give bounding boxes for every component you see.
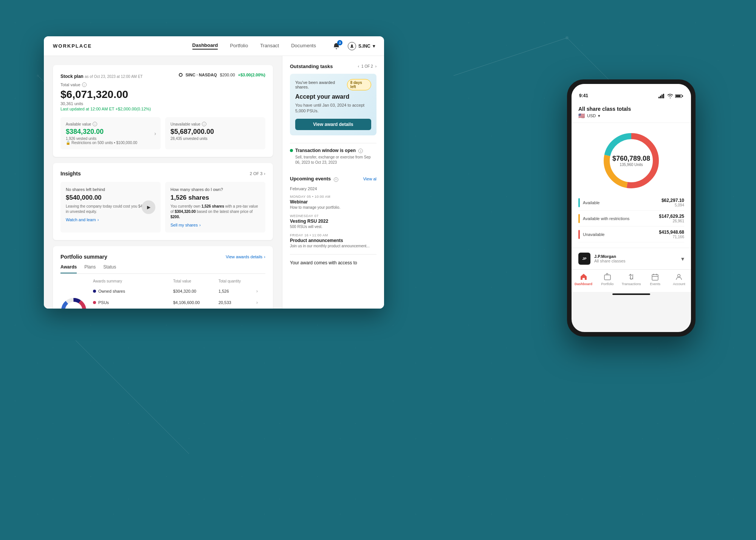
nav-documents[interactable]: Documents [291, 43, 316, 49]
view-award-button[interactable]: View award details [295, 119, 371, 130]
unavailable-info-icon[interactable]: i [202, 122, 206, 126]
portfolio-icon [603, 273, 612, 281]
updated-text: Last updated at 12:00 AM ET +$2,000.00(0… [60, 107, 265, 111]
legend-value-1: $147,629.25 [659, 214, 684, 219]
phone-legend: Available $62,297.10 5,094 Available wit… [572, 195, 691, 248]
nav-portfolio[interactable]: Portfolio [230, 43, 248, 49]
stock-ticker: SINC · NASDAQ $200.00 +$3.00(2.00%) [179, 73, 265, 77]
phone-time: 9:41 [579, 93, 588, 98]
main-content: Stock plan as of Oct 23, 2023 at 12:00 A… [44, 56, 384, 309]
svg-rect-21 [662, 95, 663, 98]
app-logo: WORKPLACE [53, 43, 92, 49]
task-badge-row: You've been awarded shares. 8 days left [295, 79, 371, 90]
jp-morgan-row[interactable]: JP J.P.Morgan All share classes ▾ [572, 248, 691, 269]
ticker-change: +$3.00(2.00%) [238, 73, 265, 77]
insights-chevron-icon[interactable]: › [264, 171, 265, 176]
portfolio-tabs: Awards Plans Status [60, 264, 265, 274]
svg-rect-33 [652, 275, 658, 280]
jp-name: J.P.Morgan [594, 254, 626, 259]
legend-right-1: $147,629.25 26,961 [659, 214, 684, 223]
awards-table-body: Owned shares $304,320.00 1,526 › PSUs [91, 286, 265, 309]
svg-point-12 [351, 44, 353, 46]
home-indicator [612, 293, 650, 295]
stock-plan-header: Stock plan as of Oct 23, 2023 at 12:00 A… [60, 73, 265, 79]
tab-awards[interactable]: Awards [60, 264, 77, 273]
lock-icon: 🔒 [66, 141, 70, 145]
legend-bar-icon-2 [578, 230, 580, 239]
transactions-icon [627, 273, 635, 281]
phone-nav-dashboard[interactable]: Dashboard [572, 273, 595, 286]
phone-bottom-nav: Dashboard Portfolio Transactions [572, 269, 691, 292]
nav-dashboard[interactable]: Dashboard [192, 42, 218, 50]
stock-plan-title: Stock plan as of Oct 23, 2023 at 12:00 A… [60, 74, 143, 79]
phone-nav-label-portfolio: Portfolio [601, 282, 613, 286]
notification-button[interactable]: 3 [331, 41, 342, 51]
user-menu-button[interactable]: S.INC ▾ [348, 42, 375, 50]
legend-right-0: $62,297.10 5,094 [662, 198, 684, 207]
transaction-info-icon[interactable]: i [358, 149, 363, 153]
legend-label-1: Available with restrictions [583, 216, 629, 221]
insight-item-1: No shares left behind $540,000.00 Leavin… [60, 182, 161, 233]
awarded-text: You've been awarded shares. [295, 80, 347, 89]
currency-chevron-icon: ▾ [598, 113, 600, 118]
award-qty-0: 1,526 [218, 289, 256, 293]
insights-grid: No shares left behind $540,000.00 Leavin… [60, 182, 265, 233]
insight-1-value: $540,000.00 [66, 194, 155, 202]
phone-donut-chart: $760,789.08 135,960 Units [601, 130, 662, 191]
left-panel: Stock plan as of Oct 23, 2023 at 12:00 A… [44, 56, 282, 309]
table-row[interactable]: Owned shares $304,320.00 1,526 › [91, 286, 265, 296]
event-desc-0: How to manage your portfolio. [290, 205, 376, 209]
events-info-icon[interactable]: i [334, 177, 338, 182]
svg-rect-24 [676, 95, 681, 97]
legend-units-2: 71,166 [659, 235, 684, 239]
phone-nav-transactions[interactable]: Transactions [619, 273, 643, 286]
jp-chevron-icon: ▾ [681, 255, 684, 262]
available-value-card[interactable]: Available value i $384,320.00 1,926 vest… [60, 117, 161, 149]
available-info-icon[interactable]: i [93, 122, 97, 126]
phone-nav-events[interactable]: Events [643, 273, 667, 286]
task-title: Accept your award [295, 93, 371, 100]
phone-nav-portfolio[interactable]: Portfolio [595, 273, 619, 286]
phone-screen: 9:41 [572, 84, 691, 332]
svg-rect-19 [658, 97, 660, 98]
legend-left-1: Available with restrictions [578, 214, 629, 223]
table-row[interactable]: PSUs $4,106,600.00 20,533 › [91, 298, 265, 307]
insights-header: Insights 2 OF 3 › [60, 171, 265, 177]
play-button[interactable]: ▶ [142, 200, 155, 214]
insight-1-title: No shares left behind [66, 187, 155, 192]
svg-point-11 [37, 74, 39, 77]
total-value: $6,071,320.00 [60, 88, 265, 101]
nav-transact[interactable]: Transact [260, 43, 279, 49]
upcoming-events-title: Upcoming events i [290, 176, 338, 182]
insights-pagination: 2 OF 3 › [250, 171, 265, 176]
legend-left-0: Available [578, 198, 600, 207]
next-icon[interactable]: › [375, 64, 376, 68]
phone-nav-account[interactable]: Account [667, 273, 691, 286]
portfolio-donut-chart [60, 297, 87, 309]
jp-left: JP J.P.Morgan All share classes [578, 253, 626, 265]
insight-2-desc: You currently own 1,526 shares with a pr… [170, 204, 260, 220]
prev-icon[interactable]: ‹ [358, 64, 359, 68]
user-chevron-icon: ▾ [373, 43, 375, 49]
outstanding-tasks-header: Outstanding tasks ‹ 1 OF 2 › [290, 64, 376, 69]
phone-currency-selector[interactable]: 🇺🇸 USD ▾ [578, 113, 684, 119]
event-title-0: Webinar [290, 199, 376, 205]
tab-plans[interactable]: Plans [84, 264, 96, 273]
awards-table: Awards summary Total value Total quantit… [91, 279, 265, 309]
view-all-link[interactable]: View al [363, 177, 376, 181]
unavailable-label: Unavailable value i [170, 122, 260, 126]
stock-plan-title-area: Stock plan as of Oct 23, 2023 at 12:00 A… [60, 73, 143, 79]
event-desc-2: Join us in our monthly product announcem… [290, 244, 376, 248]
insight-2-title: How many shares do I own? [170, 187, 260, 192]
insight-1-link[interactable]: Watch and learn › [66, 217, 155, 222]
main-nav: Dashboard Portfolio Transact Documents [192, 42, 316, 50]
total-value-info-icon[interactable]: i [82, 82, 87, 87]
insight-2-value: 1,526 shares [170, 194, 260, 202]
insight-2-link[interactable]: Sell my shares › [170, 223, 260, 227]
units-text: 30,361 units [60, 101, 265, 106]
legend-right-2: $415,948.68 71,166 [659, 230, 684, 239]
portfolio-title: Portfolio summary [60, 254, 107, 260]
transaction-window-title: Transaction window is open i [295, 148, 363, 154]
view-details-link[interactable]: View awards details › [226, 254, 265, 259]
tab-status[interactable]: Status [103, 264, 116, 273]
